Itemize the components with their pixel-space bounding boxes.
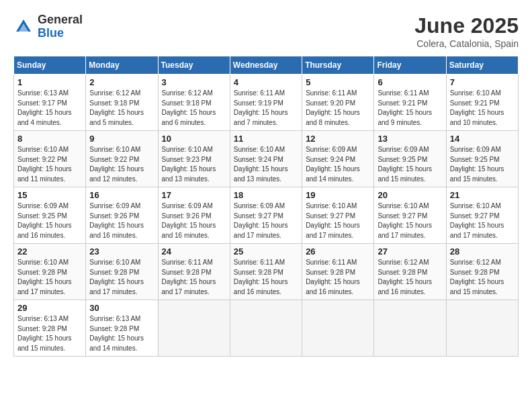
day-number: 21 [450, 190, 515, 200]
calendar-cell: 16Sunrise: 6:09 AM Sunset: 9:26 PM Dayli… [86, 187, 158, 244]
day-info: Sunrise: 6:10 AM Sunset: 9:24 PM Dayligh… [234, 145, 298, 184]
day-info: Sunrise: 6:09 AM Sunset: 9:26 PM Dayligh… [89, 201, 154, 240]
day-info: Sunrise: 6:09 AM Sunset: 9:25 PM Dayligh… [17, 201, 82, 240]
day-info: Sunrise: 6:09 AM Sunset: 9:27 PM Dayligh… [234, 201, 298, 240]
day-info: Sunrise: 6:10 AM Sunset: 9:21 PM Dayligh… [450, 89, 515, 128]
weekday-monday: Monday [86, 56, 158, 75]
calendar-cell [302, 300, 374, 357]
calendar-cell: 20Sunrise: 6:10 AM Sunset: 9:27 PM Dayli… [374, 187, 446, 244]
day-number: 13 [378, 134, 442, 144]
day-number: 23 [89, 246, 154, 257]
day-info: Sunrise: 6:11 AM Sunset: 9:28 PM Dayligh… [234, 258, 298, 297]
calendar-cell: 15Sunrise: 6:09 AM Sunset: 9:25 PM Dayli… [14, 187, 86, 244]
calendar-cell: 22Sunrise: 6:10 AM Sunset: 9:28 PM Dayli… [14, 244, 86, 300]
day-number: 9 [89, 134, 154, 144]
calendar-cell: 1Sunrise: 6:13 AM Sunset: 9:17 PM Daylig… [14, 75, 86, 131]
calendar-cell: 19Sunrise: 6:10 AM Sunset: 9:27 PM Dayli… [302, 187, 374, 244]
calendar-cell: 25Sunrise: 6:11 AM Sunset: 9:28 PM Dayli… [230, 244, 302, 300]
day-info: Sunrise: 6:13 AM Sunset: 9:28 PM Dayligh… [17, 314, 82, 353]
calendar-cell [374, 300, 446, 357]
day-info: Sunrise: 6:12 AM Sunset: 9:18 PM Dayligh… [162, 89, 226, 128]
calendar-cell: 3Sunrise: 6:12 AM Sunset: 9:18 PM Daylig… [158, 75, 230, 131]
calendar-cell: 6Sunrise: 6:11 AM Sunset: 9:21 PM Daylig… [374, 75, 446, 131]
calendar-cell [230, 300, 302, 357]
day-info: Sunrise: 6:10 AM Sunset: 9:28 PM Dayligh… [89, 258, 154, 297]
day-number: 8 [17, 134, 82, 144]
day-info: Sunrise: 6:10 AM Sunset: 9:22 PM Dayligh… [17, 145, 82, 184]
week-row: 1Sunrise: 6:13 AM Sunset: 9:17 PM Daylig… [14, 75, 519, 131]
day-number: 18 [234, 190, 298, 200]
calendar-cell: 8Sunrise: 6:10 AM Sunset: 9:22 PM Daylig… [14, 131, 86, 187]
day-number: 22 [17, 246, 82, 257]
calendar-cell: 7Sunrise: 6:10 AM Sunset: 9:21 PM Daylig… [446, 75, 518, 131]
weekday-header-row: SundayMondayTuesdayWednesdayThursdayFrid… [14, 56, 519, 75]
calendar-cell: 17Sunrise: 6:09 AM Sunset: 9:26 PM Dayli… [158, 187, 230, 244]
day-info: Sunrise: 6:10 AM Sunset: 9:28 PM Dayligh… [17, 258, 82, 297]
day-info: Sunrise: 6:11 AM Sunset: 9:28 PM Dayligh… [162, 258, 226, 297]
logo-text: General Blue [38, 13, 83, 40]
calendar-cell: 12Sunrise: 6:09 AM Sunset: 9:24 PM Dayli… [302, 131, 374, 187]
day-info: Sunrise: 6:11 AM Sunset: 9:21 PM Dayligh… [378, 89, 442, 128]
logo-blue-text: Blue [38, 27, 83, 40]
day-info: Sunrise: 6:09 AM Sunset: 9:25 PM Dayligh… [378, 145, 442, 184]
day-number: 27 [378, 246, 442, 257]
calendar-cell: 5Sunrise: 6:11 AM Sunset: 9:20 PM Daylig… [302, 75, 374, 131]
calendar-cell: 26Sunrise: 6:11 AM Sunset: 9:28 PM Dayli… [302, 244, 374, 300]
day-number: 15 [17, 190, 82, 200]
day-info: Sunrise: 6:11 AM Sunset: 9:19 PM Dayligh… [234, 89, 298, 128]
day-number: 24 [162, 246, 226, 257]
day-number: 3 [162, 77, 226, 87]
calendar-cell: 2Sunrise: 6:12 AM Sunset: 9:18 PM Daylig… [86, 75, 158, 131]
day-number: 2 [89, 77, 154, 87]
header: General Blue June 2025 Colera, Catalonia… [13, 13, 519, 49]
calendar: SundayMondayTuesdayWednesdayThursdayFrid… [13, 56, 519, 357]
location: Colera, Catalonia, Spain [414, 38, 519, 49]
day-number: 30 [89, 303, 154, 313]
weekday-thursday: Thursday [302, 56, 374, 75]
calendar-cell: 29Sunrise: 6:13 AM Sunset: 9:28 PM Dayli… [14, 300, 86, 357]
month-title: June 2025 [414, 13, 519, 38]
calendar-cell: 23Sunrise: 6:10 AM Sunset: 9:28 PM Dayli… [86, 244, 158, 300]
day-info: Sunrise: 6:09 AM Sunset: 9:24 PM Dayligh… [306, 145, 370, 184]
weekday-wednesday: Wednesday [230, 56, 302, 75]
day-info: Sunrise: 6:11 AM Sunset: 9:28 PM Dayligh… [306, 258, 370, 297]
day-info: Sunrise: 6:10 AM Sunset: 9:23 PM Dayligh… [162, 145, 226, 184]
day-info: Sunrise: 6:12 AM Sunset: 9:28 PM Dayligh… [378, 258, 442, 297]
day-number: 17 [162, 190, 226, 200]
day-number: 7 [450, 77, 515, 87]
weekday-saturday: Saturday [446, 56, 518, 75]
day-number: 4 [234, 77, 298, 87]
day-info: Sunrise: 6:09 AM Sunset: 9:26 PM Dayligh… [162, 201, 226, 240]
day-info: Sunrise: 6:10 AM Sunset: 9:22 PM Dayligh… [89, 145, 154, 184]
logo-icon [13, 17, 34, 37]
week-row: 15Sunrise: 6:09 AM Sunset: 9:25 PM Dayli… [14, 187, 519, 244]
week-row: 22Sunrise: 6:10 AM Sunset: 9:28 PM Dayli… [14, 244, 519, 300]
calendar-cell [446, 300, 518, 357]
day-info: Sunrise: 6:13 AM Sunset: 9:17 PM Dayligh… [17, 89, 82, 128]
day-info: Sunrise: 6:10 AM Sunset: 9:27 PM Dayligh… [306, 201, 370, 240]
day-number: 29 [17, 303, 82, 313]
day-info: Sunrise: 6:13 AM Sunset: 9:28 PM Dayligh… [89, 314, 154, 353]
week-row: 29Sunrise: 6:13 AM Sunset: 9:28 PM Dayli… [14, 300, 519, 357]
day-number: 16 [89, 190, 154, 200]
day-number: 28 [450, 246, 515, 257]
logo-general-text: General [38, 13, 83, 27]
day-info: Sunrise: 6:12 AM Sunset: 9:18 PM Dayligh… [89, 89, 154, 128]
weekday-tuesday: Tuesday [158, 56, 230, 75]
day-number: 6 [378, 77, 442, 87]
calendar-cell: 4Sunrise: 6:11 AM Sunset: 9:19 PM Daylig… [230, 75, 302, 131]
day-info: Sunrise: 6:12 AM Sunset: 9:28 PM Dayligh… [450, 258, 515, 297]
calendar-cell: 14Sunrise: 6:09 AM Sunset: 9:25 PM Dayli… [446, 131, 518, 187]
calendar-cell: 9Sunrise: 6:10 AM Sunset: 9:22 PM Daylig… [86, 131, 158, 187]
calendar-cell: 11Sunrise: 6:10 AM Sunset: 9:24 PM Dayli… [230, 131, 302, 187]
week-row: 8Sunrise: 6:10 AM Sunset: 9:22 PM Daylig… [14, 131, 519, 187]
day-number: 1 [17, 77, 82, 87]
weekday-friday: Friday [374, 56, 446, 75]
day-number: 25 [234, 246, 298, 257]
day-info: Sunrise: 6:10 AM Sunset: 9:27 PM Dayligh… [378, 201, 442, 240]
calendar-cell [158, 300, 230, 357]
day-number: 14 [450, 134, 515, 144]
day-number: 10 [162, 134, 226, 144]
day-number: 5 [306, 77, 370, 87]
calendar-cell: 21Sunrise: 6:10 AM Sunset: 9:27 PM Dayli… [446, 187, 518, 244]
